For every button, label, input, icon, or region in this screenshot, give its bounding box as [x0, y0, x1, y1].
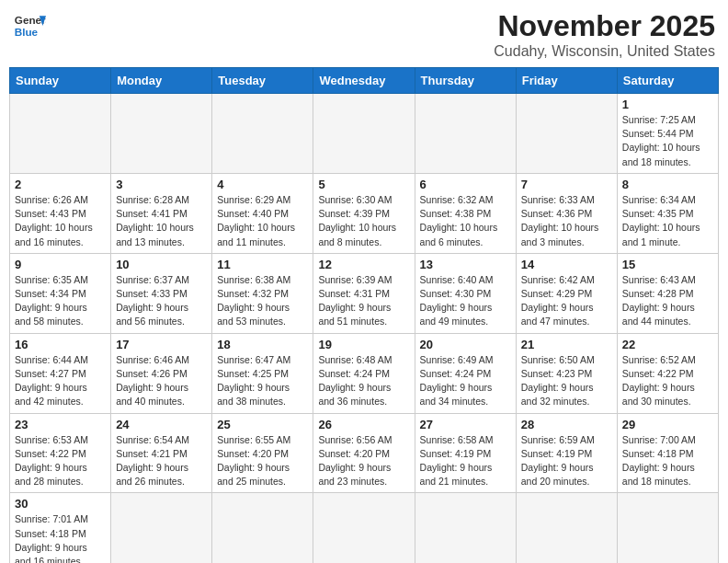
calendar-week-row: 16Sunrise: 6:44 AM Sunset: 4:27 PM Dayli…: [10, 333, 719, 413]
calendar-header-row: Sunday Monday Tuesday Wednesday Thursday…: [10, 68, 719, 94]
day-number: 26: [318, 418, 409, 431]
table-row: 21Sunrise: 6:50 AM Sunset: 4:23 PM Dayli…: [516, 333, 617, 413]
day-info: Sunrise: 6:49 AM Sunset: 4:24 PM Dayligh…: [420, 353, 511, 409]
day-number: 6: [420, 178, 511, 191]
day-number: 12: [318, 258, 409, 271]
day-number: 24: [116, 418, 207, 431]
table-row: 22Sunrise: 6:52 AM Sunset: 4:22 PM Dayli…: [617, 333, 718, 413]
header-monday: Monday: [111, 68, 212, 94]
day-info: Sunrise: 6:43 AM Sunset: 4:28 PM Dayligh…: [622, 273, 713, 329]
day-info: Sunrise: 6:44 AM Sunset: 4:27 PM Dayligh…: [15, 353, 106, 409]
table-row: [212, 94, 313, 174]
table-row: 28Sunrise: 6:59 AM Sunset: 4:19 PM Dayli…: [516, 413, 617, 493]
day-number: 17: [116, 338, 207, 351]
day-info: Sunrise: 6:28 AM Sunset: 4:41 PM Dayligh…: [116, 193, 207, 249]
table-row: 13Sunrise: 6:40 AM Sunset: 4:30 PM Dayli…: [415, 253, 516, 333]
day-number: 28: [521, 418, 612, 431]
logo: General Blue: [13, 9, 46, 42]
day-number: 23: [15, 418, 106, 431]
table-row: [212, 493, 313, 563]
day-info: Sunrise: 6:54 AM Sunset: 4:21 PM Dayligh…: [116, 433, 207, 489]
day-number: 1: [622, 98, 713, 111]
table-row: 15Sunrise: 6:43 AM Sunset: 4:28 PM Dayli…: [617, 253, 718, 333]
day-number: 13: [420, 258, 511, 271]
table-row: 8Sunrise: 6:34 AM Sunset: 4:35 PM Daylig…: [617, 173, 718, 253]
table-row: [313, 94, 415, 174]
table-row: 17Sunrise: 6:46 AM Sunset: 4:26 PM Dayli…: [111, 333, 212, 413]
day-number: 22: [622, 338, 713, 351]
logo-icon: General Blue: [13, 9, 46, 42]
day-info: Sunrise: 7:00 AM Sunset: 4:18 PM Dayligh…: [622, 433, 713, 489]
calendar-week-row: 30Sunrise: 7:01 AM Sunset: 4:18 PM Dayli…: [10, 493, 719, 563]
day-info: Sunrise: 6:33 AM Sunset: 4:36 PM Dayligh…: [521, 193, 612, 249]
table-row: 20Sunrise: 6:49 AM Sunset: 4:24 PM Dayli…: [415, 333, 516, 413]
day-info: Sunrise: 6:58 AM Sunset: 4:19 PM Dayligh…: [420, 433, 511, 489]
day-number: 7: [521, 178, 612, 191]
day-number: 16: [15, 338, 106, 351]
table-row: 26Sunrise: 6:56 AM Sunset: 4:20 PM Dayli…: [313, 413, 415, 493]
table-row: [10, 94, 111, 174]
day-info: Sunrise: 6:42 AM Sunset: 4:29 PM Dayligh…: [521, 273, 612, 329]
header-thursday: Thursday: [415, 68, 516, 94]
table-row: 10Sunrise: 6:37 AM Sunset: 4:33 PM Dayli…: [111, 253, 212, 333]
day-number: 20: [420, 338, 511, 351]
day-number: 25: [217, 418, 308, 431]
table-row: 7Sunrise: 6:33 AM Sunset: 4:36 PM Daylig…: [516, 173, 617, 253]
table-row: 4Sunrise: 6:29 AM Sunset: 4:40 PM Daylig…: [212, 173, 313, 253]
table-row: 2Sunrise: 6:26 AM Sunset: 4:43 PM Daylig…: [10, 173, 111, 253]
table-row: [516, 493, 617, 563]
day-info: Sunrise: 7:01 AM Sunset: 4:18 PM Dayligh…: [15, 512, 106, 563]
day-number: 5: [318, 178, 409, 191]
day-number: 21: [521, 338, 612, 351]
day-number: 27: [420, 418, 511, 431]
table-row: 9Sunrise: 6:35 AM Sunset: 4:34 PM Daylig…: [10, 253, 111, 333]
day-info: Sunrise: 6:59 AM Sunset: 4:19 PM Dayligh…: [521, 433, 612, 489]
day-number: 2: [15, 178, 106, 191]
day-info: Sunrise: 6:52 AM Sunset: 4:22 PM Dayligh…: [622, 353, 713, 409]
day-info: Sunrise: 6:56 AM Sunset: 4:20 PM Dayligh…: [318, 433, 409, 489]
header-friday: Friday: [516, 68, 617, 94]
table-row: 18Sunrise: 6:47 AM Sunset: 4:25 PM Dayli…: [212, 333, 313, 413]
header-saturday: Saturday: [617, 68, 718, 94]
page-subtitle: Cudahy, Wisconsin, United States: [494, 43, 715, 60]
table-row: 3Sunrise: 6:28 AM Sunset: 4:41 PM Daylig…: [111, 173, 212, 253]
day-number: 18: [217, 338, 308, 351]
day-info: Sunrise: 6:53 AM Sunset: 4:22 PM Dayligh…: [15, 433, 106, 489]
day-number: 14: [521, 258, 612, 271]
day-number: 29: [622, 418, 713, 431]
day-info: Sunrise: 6:55 AM Sunset: 4:20 PM Dayligh…: [217, 433, 308, 489]
table-row: [313, 493, 415, 563]
day-number: 10: [116, 258, 207, 271]
page-title: November 2025: [494, 9, 715, 43]
title-block: November 2025 Cudahy, Wisconsin, United …: [494, 9, 715, 60]
calendar-week-row: 23Sunrise: 6:53 AM Sunset: 4:22 PM Dayli…: [10, 413, 719, 493]
day-number: 19: [318, 338, 409, 351]
day-info: Sunrise: 6:30 AM Sunset: 4:39 PM Dayligh…: [318, 193, 409, 249]
table-row: 27Sunrise: 6:58 AM Sunset: 4:19 PM Dayli…: [415, 413, 516, 493]
day-info: Sunrise: 6:26 AM Sunset: 4:43 PM Dayligh…: [15, 193, 106, 249]
day-number: 9: [15, 258, 106, 271]
day-number: 30: [15, 497, 106, 511]
calendar-table: Sunday Monday Tuesday Wednesday Thursday…: [9, 67, 719, 563]
table-row: 6Sunrise: 6:32 AM Sunset: 4:38 PM Daylig…: [415, 173, 516, 253]
table-row: 5Sunrise: 6:30 AM Sunset: 4:39 PM Daylig…: [313, 173, 415, 253]
svg-text:Blue: Blue: [15, 26, 39, 38]
table-row: [415, 94, 516, 174]
day-number: 11: [217, 258, 308, 271]
table-row: 29Sunrise: 7:00 AM Sunset: 4:18 PM Dayli…: [617, 413, 718, 493]
day-info: Sunrise: 6:37 AM Sunset: 4:33 PM Dayligh…: [116, 273, 207, 329]
calendar-week-row: 1Sunrise: 7:25 AM Sunset: 5:44 PM Daylig…: [10, 94, 719, 174]
day-info: Sunrise: 6:39 AM Sunset: 4:31 PM Dayligh…: [318, 273, 409, 329]
day-info: Sunrise: 6:32 AM Sunset: 4:38 PM Dayligh…: [420, 193, 511, 249]
table-row: 23Sunrise: 6:53 AM Sunset: 4:22 PM Dayli…: [10, 413, 111, 493]
table-row: [415, 493, 516, 563]
header-wednesday: Wednesday: [313, 68, 415, 94]
page-header: General Blue November 2025 Cudahy, Wisco…: [9, 9, 719, 60]
day-number: 4: [217, 178, 308, 191]
day-info: Sunrise: 6:34 AM Sunset: 4:35 PM Dayligh…: [622, 193, 713, 249]
day-info: Sunrise: 6:46 AM Sunset: 4:26 PM Dayligh…: [116, 353, 207, 409]
day-number: 8: [622, 178, 713, 191]
day-info: Sunrise: 7:25 AM Sunset: 5:44 PM Dayligh…: [622, 113, 713, 169]
day-info: Sunrise: 6:40 AM Sunset: 4:30 PM Dayligh…: [420, 273, 511, 329]
table-row: 14Sunrise: 6:42 AM Sunset: 4:29 PM Dayli…: [516, 253, 617, 333]
